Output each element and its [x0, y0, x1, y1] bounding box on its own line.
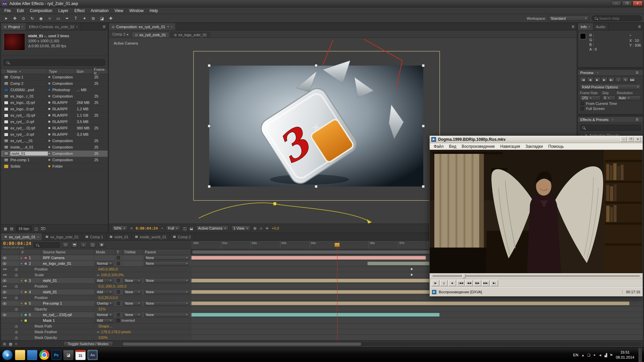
- layer-color-chip[interactable]: [24, 279, 27, 282]
- layer-source-name[interactable]: ex_ryd_...210].rpf: [41, 312, 94, 317]
- property-name[interactable]: Mask Opacity: [20, 335, 94, 340]
- preview-transport-button[interactable]: ◀: [587, 77, 593, 82]
- motion-blur-icon[interactable]: ✽: [98, 242, 105, 248]
- stopwatch-icon[interactable]: ◷: [15, 285, 18, 288]
- player-control-button[interactable]: |◀◀: [457, 280, 465, 286]
- language-indicator[interactable]: EN: [573, 353, 578, 357]
- breadcrumb-back[interactable]: Comp 2 ◂: [112, 32, 128, 38]
- expander-icon[interactable]: ▾: [20, 319, 23, 322]
- project-search-input[interactable]: [11, 60, 92, 65]
- property-value[interactable]: 640,0,360,0: [94, 266, 191, 272]
- project-item-row[interactable]: ex_logo...0].rpf RLA/RPF 268 MB 25: [1, 100, 108, 106]
- menu-item[interactable]: Закладки: [523, 144, 546, 149]
- visibility-eye-icon[interactable]: [3, 314, 6, 316]
- taskbar-app-icon[interactable]: Ps: [51, 350, 61, 360]
- tab-project[interactable]: ▦Project×: [1, 23, 26, 30]
- mode-column[interactable]: Mode: [94, 249, 115, 255]
- minimize-button[interactable]: —: [621, 137, 627, 142]
- stopwatch-icon[interactable]: ◷: [15, 324, 18, 328]
- property-keyframe-track[interactable]: ◆: [191, 323, 643, 329]
- panel-menu-icon[interactable]: ≣: [570, 23, 577, 30]
- preview-resolution-dropdown[interactable]: Auto▼: [617, 96, 641, 101]
- show-desktop-button[interactable]: [639, 348, 642, 362]
- parent-dropdown[interactable]: None▼: [144, 279, 190, 283]
- visibility-eye-icon[interactable]: [3, 257, 6, 259]
- timeline-tab[interactable]: nisht_01×: [106, 233, 132, 240]
- menu-item[interactable]: Composition: [27, 7, 55, 14]
- composition-mini-tab[interactable]: ▦ex_ryd_zorb_01: [131, 32, 169, 38]
- property-value[interactable]: 100%: [94, 335, 191, 340]
- property-value[interactable]: 0,0,20,0,0,0: [94, 295, 191, 300]
- link-dimensions-icon[interactable]: ∞: [97, 330, 100, 334]
- property-value[interactable]: ∞100,0,100,0%: [94, 272, 191, 278]
- column-type[interactable]: Type: [47, 69, 75, 73]
- project-item-row[interactable]: ex_ryd_...0.rpf RLA/RPF 3,3 MB: [1, 131, 108, 138]
- exposure-icon[interactable]: ✛: [266, 226, 269, 231]
- interpret-footage-icon[interactable]: ▦: [4, 227, 7, 231]
- menu-item[interactable]: Edit: [14, 7, 27, 14]
- draft-3d-icon[interactable]: ⬒: [71, 242, 78, 248]
- composition-mini-tab[interactable]: ▦ex_logo_zobr_01: [171, 32, 210, 38]
- project-item-row[interactable]: inside_...d_01 Composition 25: [1, 144, 108, 150]
- layer-color-chip[interactable]: [24, 291, 27, 294]
- project-item-row[interactable]: nisht_01 Composition 25: [1, 150, 108, 157]
- timeline-property-row[interactable]: ◀▶◷ Opacity 31% ◆: [1, 306, 643, 312]
- preview-transport-button[interactable]: ▶: [601, 77, 607, 82]
- blend-mode-dropdown[interactable]: Normal▼: [95, 261, 113, 266]
- seek-bar[interactable]: [430, 273, 643, 279]
- view-layout-dropdown[interactable]: 1 View▼: [231, 226, 251, 231]
- property-value[interactable]: Shape...: [94, 323, 191, 329]
- delete-icon[interactable]: ⌦: [41, 227, 46, 231]
- keyframe-navigator-icon[interactable]: ◀▶: [3, 274, 8, 276]
- current-timecode[interactable]: 0:00:04:24 00124 (25.00 fps): [3, 241, 31, 249]
- expander-icon[interactable]: ▸: [20, 256, 23, 259]
- timeline-mask-row[interactable]: ▾ Mask 1 Add▼ Inverted: [1, 318, 643, 323]
- parent-dropdown[interactable]: None▼: [144, 301, 190, 306]
- new-folder-icon[interactable]: ▤: [10, 227, 13, 231]
- property-value[interactable]: ∞178,0,178,0 pixels: [94, 329, 191, 335]
- visibility-eye-icon[interactable]: [3, 280, 6, 282]
- frame-blending-icon[interactable]: ◫: [89, 242, 96, 248]
- expander-icon[interactable]: ▾: [20, 262, 23, 265]
- source-name-column[interactable]: Source Name: [41, 249, 94, 255]
- project-item-row[interactable]: ex_logo...0.rpf RLA/RPF 1,2 MB: [1, 106, 108, 112]
- column-name[interactable]: Name▲: [1, 69, 47, 73]
- player-control-button[interactable]: ◀◀: [465, 280, 473, 286]
- blend-mode-dropdown[interactable]: Add▼: [95, 279, 113, 283]
- track-matte-dropdown[interactable]: None▼: [123, 301, 142, 306]
- project-item-row[interactable]: Comp 1 Composition 25: [1, 74, 108, 80]
- keyframe-diamond-icon[interactable]: ◆: [411, 273, 413, 276]
- parent-dropdown[interactable]: None▼: [144, 261, 190, 266]
- region-of-interest-icon[interactable]: ◫: [183, 226, 186, 231]
- expander-icon[interactable]: ▾: [20, 313, 23, 316]
- tool-button-icon[interactable]: ⊹: [46, 15, 54, 22]
- timeline-tab[interactable]: ex_logo_zobr_01×: [42, 233, 82, 240]
- tray-icon[interactable]: ❏: [587, 353, 590, 357]
- timeline-layer-row[interactable]: ▾6 ex_ryd_...210].rpf Normal▼ None▼ None…: [1, 312, 643, 318]
- player-control-button[interactable]: ||: [440, 280, 448, 286]
- property-keyframe-track[interactable]: ◆: [191, 335, 643, 340]
- mask-color-chip[interactable]: [24, 319, 27, 322]
- taskbar-app-icon[interactable]: [39, 350, 49, 360]
- preview-transport-button[interactable]: ▶|: [608, 77, 614, 82]
- layer-source-name[interactable]: nisht_01: [41, 278, 94, 283]
- tool-button-icon[interactable]: ⧉: [89, 15, 97, 22]
- from-current-time-option[interactable]: From Current Time: [578, 101, 643, 106]
- menu-item[interactable]: File: [1, 7, 14, 14]
- stopwatch-icon[interactable]: ◷: [15, 336, 18, 340]
- menu-item[interactable]: Help: [147, 7, 161, 14]
- tab-audio[interactable]: Audio: [593, 23, 608, 30]
- parent-column[interactable]: Parent: [143, 249, 191, 255]
- effects-panel-header[interactable]: Effects & Presets×≣: [578, 117, 643, 123]
- player-control-button[interactable]: ▶▶: [474, 280, 481, 286]
- panel-menu-icon[interactable]: ≣: [634, 117, 641, 122]
- checkbox-icon[interactable]: [581, 107, 584, 110]
- property-name[interactable]: Scale: [20, 272, 94, 278]
- keyframe-navigator-icon[interactable]: ◀▶: [3, 268, 8, 270]
- layer-duration-bar[interactable]: [191, 256, 426, 260]
- preview-transport-button[interactable]: ♪: [615, 77, 622, 82]
- property-value[interactable]: 31%: [94, 306, 191, 312]
- preserve-transparency-checkbox[interactable]: [117, 302, 120, 305]
- preview-panel-header[interactable]: Preview×≣: [578, 70, 643, 76]
- project-item-row[interactable]: ex_ryd_..._01 Composition 25: [1, 138, 108, 144]
